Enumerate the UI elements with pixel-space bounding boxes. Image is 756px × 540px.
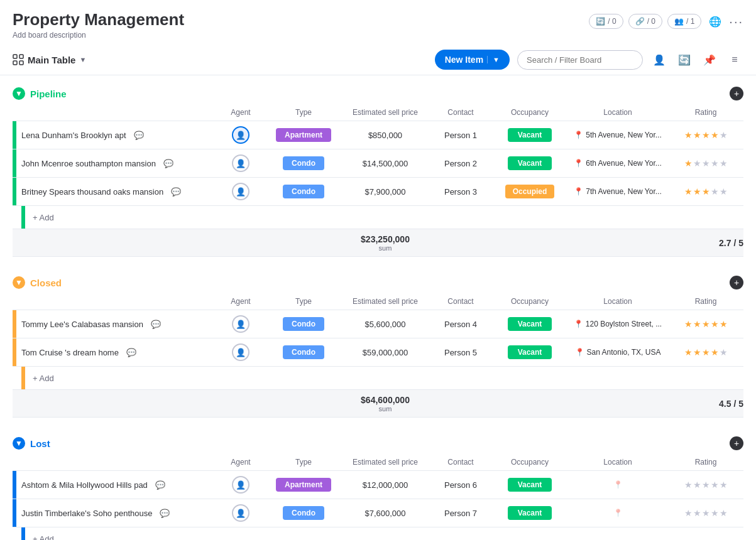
col-header-rating: Rating xyxy=(668,293,743,310)
occupancy-badge[interactable]: Vacant xyxy=(508,317,552,331)
new-item-dropdown-arrow[interactable]: ▼ xyxy=(487,56,500,63)
price-cell[interactable]: $5,600,000 xyxy=(341,310,429,338)
location-pin-icon: 📍 xyxy=(575,348,584,357)
comment-icon[interactable]: 💬 xyxy=(151,320,161,329)
comment-icon[interactable]: 💬 xyxy=(155,480,165,490)
col-header-estimated-sell-price: Estimated sell price xyxy=(341,104,429,121)
star-filled: ★ xyxy=(693,347,701,357)
person-icon[interactable]: 👤 xyxy=(650,51,668,68)
price-cell[interactable]: $59,000,000 xyxy=(341,338,429,367)
stat-integrations[interactable]: 🔗 / 0 xyxy=(628,14,662,29)
type-badge[interactable]: Condo xyxy=(283,185,324,198)
contact-cell[interactable]: Person 4 xyxy=(429,310,492,338)
sum-row: $23,250,000sum2.7 / 5 xyxy=(13,229,743,257)
rating-cell[interactable]: ★★★★★ xyxy=(668,186,743,197)
add-item-row[interactable]: + Add xyxy=(13,206,743,229)
occupancy-badge[interactable]: Vacant xyxy=(508,506,552,520)
price-cell[interactable]: $12,000,000 xyxy=(341,471,429,499)
contact-cell[interactable]: Person 5 xyxy=(429,338,492,367)
pin-icon[interactable]: 📌 xyxy=(701,51,718,68)
group-title-lost[interactable]: Lost xyxy=(30,438,50,449)
group-toggle-closed[interactable]: ▼ xyxy=(13,276,25,289)
group-toggle-pipeline[interactable]: ▼ xyxy=(13,87,25,100)
comment-icon[interactable]: 💬 xyxy=(126,348,136,357)
star-filled: ★ xyxy=(711,130,719,140)
search-input[interactable] xyxy=(517,50,643,70)
type-badge[interactable]: Condo xyxy=(283,345,324,359)
add-item-label: + Add xyxy=(33,374,54,383)
occupancy-badge[interactable]: Vacant xyxy=(508,128,552,142)
agent-avatar[interactable]: 👤 xyxy=(232,476,249,494)
new-item-button[interactable]: New Item ▼ xyxy=(435,50,510,70)
comment-icon[interactable]: 💬 xyxy=(171,187,181,197)
star-filled: ★ xyxy=(693,130,701,140)
main-table-button[interactable]: Main Table ▼ xyxy=(13,54,86,65)
star-filled: ★ xyxy=(711,319,719,329)
agent-avatar[interactable]: 👤 xyxy=(232,126,249,144)
add-item-row[interactable]: + Add xyxy=(13,527,743,541)
board-description[interactable]: Add board description xyxy=(13,31,184,40)
type-badge[interactable]: Condo xyxy=(283,156,324,170)
type-badge[interactable]: Apartment xyxy=(276,478,331,492)
table-pipeline: AgentTypeEstimated sell priceContactOccu… xyxy=(13,104,743,257)
group-title-closed[interactable]: Closed xyxy=(30,278,62,288)
star-empty: ★ xyxy=(711,508,719,518)
more-options-icon[interactable]: ··· xyxy=(729,14,743,29)
location-cell[interactable]: 📍 xyxy=(567,509,668,517)
contact-cell[interactable]: Person 7 xyxy=(429,499,492,527)
contact-cell[interactable]: Person 3 xyxy=(429,178,492,206)
agent-avatar[interactable]: 👤 xyxy=(232,183,249,200)
agent-avatar[interactable]: 👤 xyxy=(232,315,249,333)
add-item-button[interactable]: + Add xyxy=(13,527,743,540)
contact-cell[interactable]: Person 1 xyxy=(429,121,492,149)
location-cell[interactable]: 📍120 Boylston Street, ... xyxy=(567,320,668,328)
comment-icon[interactable]: 💬 xyxy=(160,509,170,518)
rating-cell[interactable]: ★★★★★ xyxy=(668,480,743,490)
location-cell[interactable]: 📍San Antonio, TX, USA xyxy=(567,348,668,357)
add-item-row[interactable]: + Add xyxy=(13,367,743,390)
agent-avatar[interactable]: 👤 xyxy=(232,343,249,361)
rating-cell[interactable]: ★★★★★ xyxy=(668,347,743,357)
agent-avatar[interactable]: 👤 xyxy=(232,154,249,172)
col-header-rating: Rating xyxy=(668,104,743,121)
agent-avatar[interactable]: 👤 xyxy=(232,504,249,522)
price-cell[interactable]: $7,600,000 xyxy=(341,499,429,527)
occupancy-badge[interactable]: Occupied xyxy=(505,185,555,198)
automations-icon: 🔄 xyxy=(596,17,605,26)
rating-cell[interactable]: ★★★★★ xyxy=(668,508,743,518)
group-title-pipeline[interactable]: Pipeline xyxy=(30,89,67,99)
type-badge[interactable]: Condo xyxy=(283,506,324,520)
filter-icon[interactable]: ≡ xyxy=(726,51,743,68)
group-toggle-lost[interactable]: ▼ xyxy=(13,437,25,450)
stat-members[interactable]: 👥 / 1 xyxy=(667,14,701,29)
star-filled: ★ xyxy=(711,347,719,357)
comment-icon[interactable]: 💬 xyxy=(134,131,144,140)
location-cell[interactable]: 📍5th Avenue, New Yor... xyxy=(567,131,668,139)
contact-cell[interactable]: Person 6 xyxy=(429,471,492,499)
comment-icon[interactable]: 💬 xyxy=(163,159,173,168)
type-badge[interactable]: Apartment xyxy=(276,128,331,142)
group-add-button-lost[interactable]: + xyxy=(730,436,743,450)
rating-cell[interactable]: ★★★★★ xyxy=(668,158,743,168)
refresh-icon[interactable]: 🔄 xyxy=(676,51,693,68)
group-add-button-pipeline[interactable]: + xyxy=(730,87,743,100)
price-cell[interactable]: $7,900,000 xyxy=(341,178,429,206)
type-badge[interactable]: Condo xyxy=(283,317,324,331)
price-cell[interactable]: $850,000 xyxy=(341,121,429,149)
occupancy-badge[interactable]: Vacant xyxy=(508,345,552,359)
rating-cell[interactable]: ★★★★★ xyxy=(668,130,743,140)
price-cell[interactable]: $14,500,000 xyxy=(341,149,429,178)
group-add-button-closed[interactable]: + xyxy=(730,276,743,289)
star-empty: ★ xyxy=(702,480,710,490)
contact-cell[interactable]: Person 2 xyxy=(429,149,492,178)
location-cell[interactable]: 📍 xyxy=(567,480,668,489)
stat-automations[interactable]: 🔄 / 0 xyxy=(589,14,623,29)
globe-icon[interactable]: 🌐 xyxy=(706,13,724,30)
add-item-button[interactable]: + Add xyxy=(13,206,743,229)
occupancy-badge[interactable]: Vacant xyxy=(508,478,552,492)
location-cell[interactable]: 📍6th Avenue, New Yor... xyxy=(567,159,668,168)
occupancy-badge[interactable]: Vacant xyxy=(508,156,552,170)
rating-cell[interactable]: ★★★★★ xyxy=(668,319,743,329)
location-cell[interactable]: 📍7th Avenue, New Yor... xyxy=(567,187,668,196)
add-item-button[interactable]: + Add xyxy=(13,367,743,389)
